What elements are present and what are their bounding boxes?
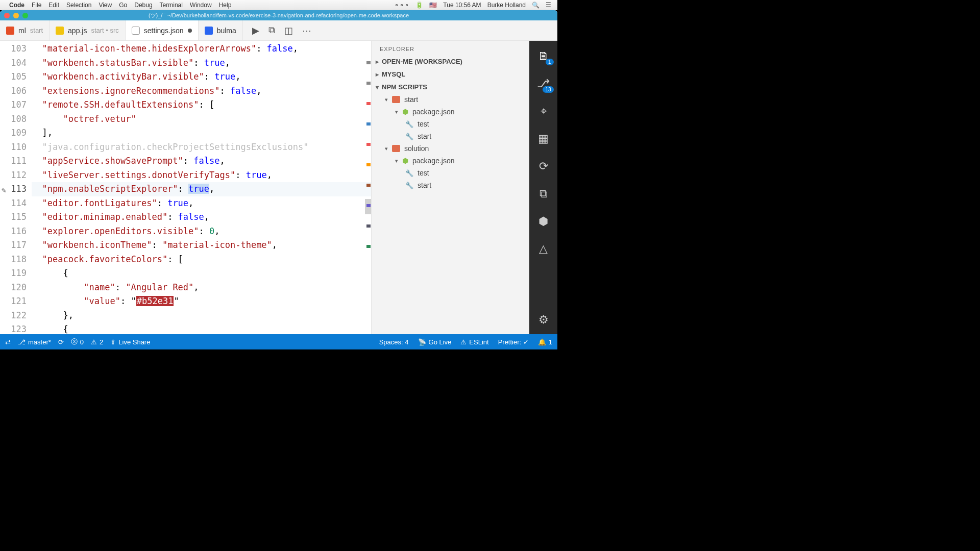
warnings-count[interactable]: ⚠ 2 [91, 338, 103, 346]
flag-icon[interactable]: 🇺🇸 [429, 2, 437, 9]
wifi-icon[interactable]: ⚬⚬⚬ [394, 2, 409, 9]
tree-label: test [418, 120, 429, 128]
tree-row-script[interactable]: 🔧test [377, 118, 529, 130]
settings-gear-icon[interactable]: ⚙ [536, 313, 551, 327]
sync-icon[interactable]: ⟳ [58, 338, 64, 346]
js-file-icon [56, 27, 64, 35]
zoom-icon[interactable] [22, 13, 28, 18]
run-icon[interactable]: ▶ [252, 25, 259, 36]
prettier-status[interactable]: Prettier: ✓ [498, 338, 529, 346]
more-icon[interactable]: ⋯ [302, 25, 311, 36]
tree-row-folder[interactable]: ▾start [377, 93, 529, 106]
window-controls[interactable] [4, 13, 28, 18]
explorer-panel: EXPLORER ▸OPEN-ME (WORKSPACE)▸MYSQL▾NPM … [371, 41, 529, 334]
extensions-icon[interactable]: ▦ [536, 132, 551, 146]
notifications-bell[interactable]: 🔔 1 [538, 338, 552, 346]
split-editor-icon[interactable]: ◫ [284, 25, 293, 36]
git-branch[interactable]: ⎇ master* [18, 338, 51, 346]
code-editor[interactable]: ✎ 10310410510610710810911011111211311411… [0, 41, 371, 334]
vscode-window: (ツ)_/¯ ~/Dev/burkeholland/fem-vs-code/ex… [0, 10, 557, 349]
tab-filename: app.js [68, 27, 87, 35]
live-icon[interactable]: ⧉ [536, 187, 551, 201]
menu-debug[interactable]: Debug [134, 2, 152, 9]
html-file-icon [6, 27, 14, 35]
section-label: OPEN-ME (WORKSPACE) [382, 58, 462, 65]
tree-row-script[interactable]: 🔧start [377, 179, 529, 191]
user-name[interactable]: Burke Holland [487, 2, 526, 9]
css-file-icon [205, 27, 213, 35]
open-preview-icon[interactable]: ⧉ [268, 25, 275, 36]
minimize-icon[interactable] [13, 13, 19, 18]
minimap[interactable] [365, 41, 371, 334]
tree-row-script[interactable]: 🔧start [377, 130, 529, 142]
spotlight-icon[interactable]: 🔍 [532, 2, 540, 9]
chevron-icon: ▸ [376, 58, 379, 65]
clock[interactable]: Tue 10:56 AM [443, 2, 481, 9]
scm-icon[interactable]: ⎇13 [536, 77, 551, 91]
section-mysql[interactable]: ▸MYSQL [372, 68, 529, 81]
menu-file[interactable]: File [32, 2, 41, 9]
menu-selection[interactable]: Selection [66, 2, 91, 9]
menu-window[interactable]: Window [190, 2, 212, 9]
battery-icon[interactable]: 🔋 [415, 2, 423, 9]
tree-label: package.json [412, 157, 455, 165]
tree-row-folder[interactable]: ▾solution [377, 142, 529, 155]
wrench-icon: 🔧 [405, 120, 413, 128]
editor-actions: ▶ ⧉ ◫ ⋯ [246, 20, 317, 40]
tree-label: start [404, 95, 418, 104]
wrench-icon: 🔧 [405, 133, 413, 140]
tree-row-pkg[interactable]: ▾⬢package.json [377, 155, 529, 167]
tree-label: start [418, 181, 431, 189]
live-share[interactable]: ⇪ Live Share [110, 338, 150, 346]
menu-go[interactable]: Go [119, 2, 127, 9]
eslint-status[interactable]: ⚠ ESLint [460, 338, 488, 346]
tab-bulma[interactable]: bulma [199, 20, 243, 40]
errors-count[interactable]: ⓧ 0 [71, 337, 84, 346]
section-label: NPM SCRIPTS [382, 83, 427, 91]
menu-terminal[interactable]: Terminal [160, 2, 183, 9]
docker-icon[interactable]: ⬢ [536, 214, 551, 229]
tree-label: start [418, 132, 431, 140]
go-live[interactable]: 📡 Go Live [418, 338, 452, 346]
tree-label: solution [404, 144, 429, 153]
tree-label: package.json [412, 108, 455, 116]
tab-desc: start [30, 27, 43, 34]
chevron-down-icon: ▾ [385, 145, 388, 152]
json-file-icon [132, 27, 140, 35]
close-icon[interactable] [4, 13, 10, 18]
folder-icon [392, 96, 400, 103]
files-icon[interactable]: 🗎1 [536, 49, 551, 63]
tree-row-pkg[interactable]: ▾⬢package.json [377, 106, 529, 118]
menu-view[interactable]: View [99, 2, 112, 9]
remote-icon[interactable]: ⟳ [536, 159, 551, 173]
tab-app-js[interactable]: app.jsstart • src [50, 20, 126, 40]
section-open-me-workspace-[interactable]: ▸OPEN-ME (WORKSPACE) [372, 55, 529, 68]
remote-indicator[interactable]: ⇄ [5, 338, 11, 346]
tree-row-script[interactable]: 🔧test [377, 167, 529, 179]
notifications-icon[interactable]: ☰ [546, 2, 551, 9]
code-content[interactable]: "material-icon-theme.hidesExplorerArrows… [32, 41, 371, 334]
wrench-icon: 🔧 [405, 182, 413, 189]
chevron-icon: ▸ [376, 71, 379, 78]
menu-edit[interactable]: Edit [48, 2, 59, 9]
tab-ml[interactable]: mlstart [0, 20, 50, 40]
tab-filename: settings.json [144, 27, 184, 35]
badge: 1 [546, 59, 554, 65]
explorer-title: EXPLORER [372, 41, 529, 55]
dirty-indicator-icon [188, 29, 192, 33]
azure-icon[interactable]: △ [536, 242, 551, 256]
status-bar: ⇄ ⎇ master* ⟳ ⓧ 0 ⚠ 2 ⇪ Live Share Space… [0, 334, 557, 349]
badge: 13 [543, 86, 553, 93]
section-npm-scripts[interactable]: ▾NPM SCRIPTS [372, 81, 529, 93]
tab-filename: ml [18, 27, 26, 35]
spaces-indicator[interactable]: Spaces: 4 [379, 338, 409, 346]
tab-settings-json[interactable]: settings.json [126, 20, 199, 40]
debug-icon[interactable]: ⌖ [536, 104, 551, 118]
npm-icon: ⬢ [402, 108, 408, 116]
window-title: (ツ)_/¯ ~/Dev/burkeholland/fem-vs-code/ex… [149, 12, 409, 19]
wrench-icon: 🔧 [405, 169, 413, 177]
titlebar: (ツ)_/¯ ~/Dev/burkeholland/fem-vs-code/ex… [0, 10, 557, 20]
menu-help[interactable]: Help [219, 2, 232, 9]
npm-icon: ⬢ [402, 157, 408, 165]
app-name[interactable]: Code [9, 2, 24, 9]
